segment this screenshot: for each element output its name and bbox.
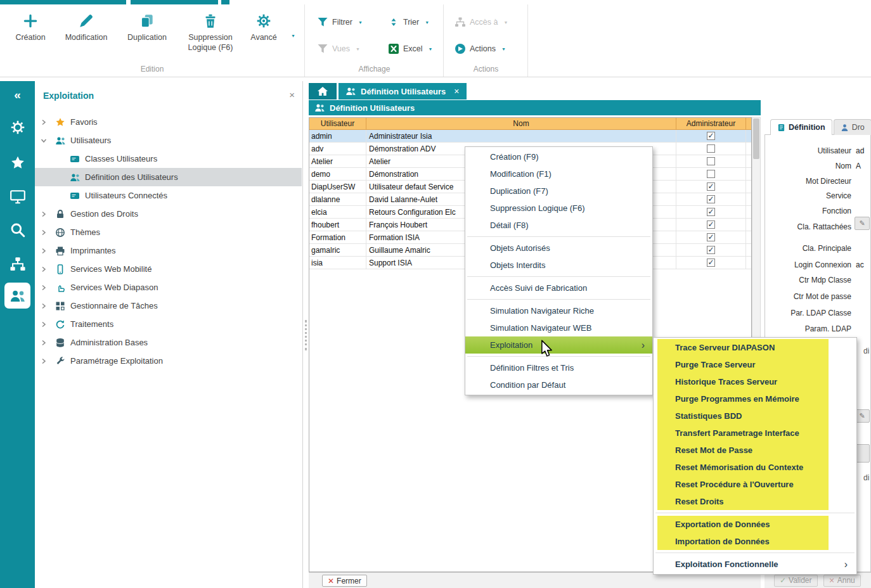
context-menu-item-detail[interactable]: Détail (F8): [465, 217, 652, 234]
column-header-utilisateur[interactable]: Utilisateur: [309, 118, 366, 130]
dropdown-caret-icon[interactable]: ▼: [425, 20, 429, 25]
sidebar-item-parametrage-exploitation[interactable]: Paramétrage Exploitation: [35, 352, 302, 370]
column-header-administrateur[interactable]: Administrateur: [676, 118, 746, 130]
context-menu-item-creation[interactable]: Création (F9): [465, 148, 652, 165]
context-menu-item-modification[interactable]: Modification (F1): [465, 165, 652, 182]
creation-button[interactable]: Création: [5, 4, 56, 42]
sidebar-item-gestion-des-droits[interactable]: Gestion des Droits: [35, 205, 302, 223]
context-menu-item-simulation-navigateur-riche[interactable]: Simulation Navigateur Riche: [465, 302, 652, 319]
chevron-right-icon[interactable]: [41, 229, 49, 236]
context-menu-item-suppression-logique[interactable]: Suppression Logique (F6): [465, 200, 652, 217]
context-menu-item-duplication[interactable]: Duplication (F7): [465, 182, 652, 200]
admin-checkbox[interactable]: [707, 220, 715, 229]
context-menu-item-objets-autorises[interactable]: Objets Autorisés: [465, 240, 652, 257]
sidebar-item-services-web-diapason[interactable]: Services Web Diapason: [35, 278, 302, 297]
fermer-button[interactable]: ✕ Fermer: [322, 575, 367, 587]
field-value[interactable]: ad: [856, 146, 871, 155]
admin-checkbox[interactable]: [707, 246, 715, 254]
admin-checkbox[interactable]: [707, 132, 715, 140]
chevron-right-icon[interactable]: [41, 119, 49, 125]
chevron-right-icon[interactable]: [41, 266, 49, 272]
context-menu-item-objets-interdits[interactable]: Objets Interdits: [465, 257, 652, 274]
suppression-logique-button[interactable]: Suppression Logique (F6): [177, 4, 243, 53]
trier-button[interactable]: Trier ▼: [388, 16, 429, 28]
chevron-right-icon[interactable]: [41, 321, 49, 328]
field-value[interactable]: ac: [856, 260, 871, 269]
sidebar-item-utilisateurs[interactable]: Utilisateurs: [35, 131, 302, 150]
context-menu-item-exploitation[interactable]: Exploitation ›: [465, 336, 652, 354]
submenu-item-importation-donnees[interactable]: Importation de Données: [654, 533, 856, 550]
submenu-item-reset-mot-de-passe[interactable]: Reset Mot de Passe: [654, 442, 856, 459]
sidebar-item-favoris[interactable]: Favoris: [35, 113, 302, 131]
close-icon[interactable]: ×: [289, 89, 295, 100]
module-favorites-button[interactable]: [0, 152, 35, 174]
avance-button[interactable]: Avancé: [243, 4, 284, 42]
tab-definition[interactable]: Définition: [770, 119, 832, 135]
sidebar-item-definition-des-utilisateurs[interactable]: Définition des Utilisateurs: [35, 168, 302, 186]
submenu-item-transfert-parametrage[interactable]: Transfert Parametrage Interface: [654, 425, 856, 442]
chevron-right-icon[interactable]: [41, 303, 49, 309]
admin-checkbox[interactable]: [707, 259, 715, 267]
submenu-item-purge-programmes[interactable]: Purge Programmes en Mémoire: [654, 390, 856, 407]
dropdown-caret-icon[interactable]: ▼: [501, 47, 506, 51]
vues-button[interactable]: Vues ▼: [317, 43, 360, 54]
sidebar-item-themes[interactable]: Thèmes: [35, 223, 302, 241]
chevron-right-icon[interactable]: [41, 340, 49, 346]
context-menu-item-condition-par-defaut[interactable]: Condition par Défaut: [465, 376, 652, 393]
chevron-right-icon[interactable]: [41, 358, 49, 364]
sidebar-item-imprimantes[interactable]: Imprimantes: [35, 241, 302, 260]
context-menu-item-acces-suivi-fabrication[interactable]: Accès Suivi de Fabrication: [465, 279, 652, 297]
valider-button[interactable]: ✓ Valider: [774, 575, 818, 587]
module-desktop-button[interactable]: [0, 186, 35, 208]
modification-button[interactable]: Modification: [56, 4, 117, 42]
sidebar-item-classes-utilisateurs[interactable]: Classes Utilisateurs: [35, 150, 302, 168]
column-header-nom[interactable]: Nom: [366, 118, 676, 130]
dropdown-caret-icon[interactable]: ▼: [358, 20, 363, 25]
admin-checkbox[interactable]: [707, 170, 715, 178]
admin-checkbox[interactable]: [707, 182, 715, 191]
collapse-panel-button[interactable]: «: [0, 86, 35, 104]
filtrer-button[interactable]: Filtrer ▼: [317, 16, 363, 28]
avance-dropdown-caret-icon[interactable]: ▼: [291, 34, 295, 38]
close-icon[interactable]: ×: [454, 86, 459, 96]
duplication-button[interactable]: Duplication: [117, 4, 177, 42]
module-settings-button[interactable]: [0, 117, 35, 138]
admin-checkbox[interactable]: [707, 233, 715, 241]
tab-home[interactable]: [309, 83, 337, 99]
sidebar-item-services-web-mobilite[interactable]: Services Web Mobilité: [35, 260, 302, 278]
module-users-button-active[interactable]: [4, 283, 30, 309]
sidebar-item-gestionnaire-de-taches[interactable]: Gestionnaire de Tâches: [35, 297, 302, 315]
sidebar-item-administration-bases[interactable]: Administration Bases: [35, 333, 302, 352]
submenu-item-exploitation-fonctionnelle[interactable]: Exploitation Fonctionnelle ›: [654, 556, 856, 573]
chevron-right-icon[interactable]: [41, 284, 49, 291]
submenu-item-exportation-donnees[interactable]: Exportation de Données: [654, 516, 856, 533]
sidebar-item-traitements[interactable]: Traitements: [35, 315, 302, 333]
submenu-item-historique-traces[interactable]: Historique Traces Serveur: [654, 373, 856, 390]
submenu-item-reset-droits[interactable]: Reset Droits: [654, 493, 856, 510]
context-menu-item-definition-filtres-tris[interactable]: Définition Filtres et Tris: [465, 359, 652, 376]
excel-button[interactable]: Excel ▼: [388, 43, 433, 54]
edit-button[interactable]: ✎: [855, 217, 870, 230]
admin-checkbox[interactable]: [707, 208, 715, 216]
tab-definition-utilisateurs[interactable]: Définition Utilisateurs ×: [339, 83, 467, 99]
sidebar-item-utilisateurs-connectes[interactable]: Utilisateurs Connectés: [35, 186, 302, 205]
chevron-right-icon[interactable]: [41, 211, 49, 217]
context-menu-item-simulation-navigateur-web[interactable]: Simulation Navigateur WEB: [465, 319, 652, 336]
chevron-down-icon[interactable]: [41, 137, 49, 144]
admin-checkbox[interactable]: [707, 195, 715, 203]
annuler-button[interactable]: ✕ Annu: [823, 575, 861, 587]
actions-button[interactable]: Actions ▼: [455, 43, 506, 54]
submenu-item-statistiques-bdd[interactable]: Statistiques BDD: [654, 407, 856, 425]
chevron-right-icon[interactable]: [41, 248, 49, 254]
acces-a-button[interactable]: Accès à ▼: [455, 16, 508, 28]
dropdown-caret-icon[interactable]: ▼: [429, 47, 433, 51]
scrollbar-thumb[interactable]: [753, 118, 759, 159]
tab-droits[interactable]: Dro: [834, 119, 871, 135]
submenu-item-reset-procedure[interactable]: Reset Procédure à l'Ouverture: [654, 476, 856, 493]
admin-checkbox[interactable]: [707, 157, 715, 165]
submenu-item-purge-trace[interactable]: Purge Trace Serveur: [654, 356, 856, 373]
admin-checkbox[interactable]: [707, 144, 715, 153]
submenu-item-trace-serveur[interactable]: Trace Serveur DIAPASON: [654, 339, 856, 356]
table-row[interactable]: admin Administrateur Isia: [309, 130, 751, 143]
panel-splitter[interactable]: [305, 320, 307, 350]
